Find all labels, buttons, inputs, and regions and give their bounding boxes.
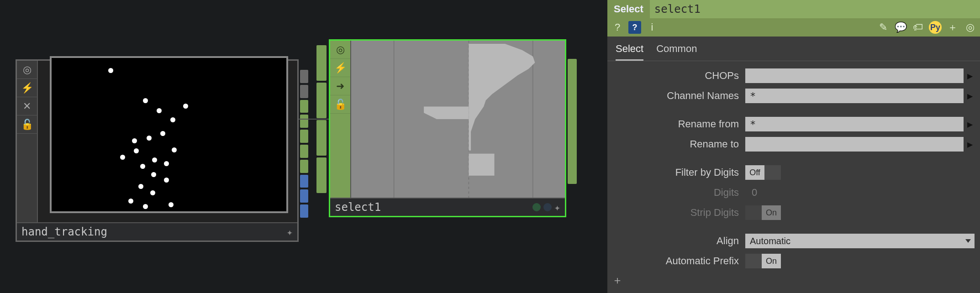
hand-landmark-dot bbox=[143, 98, 148, 103]
hand-landmark-dot bbox=[183, 104, 188, 109]
node-name-field[interactable]: select1 ✦ bbox=[330, 198, 565, 216]
comment-icon[interactable]: 💬 bbox=[894, 21, 907, 34]
python-icon[interactable]: Py bbox=[929, 21, 942, 34]
node-hand-tracking[interactable]: ◎ ⚡ ✕ 🔓 hand_tracking ✦ bbox=[16, 59, 299, 242]
hand-landmark-dot bbox=[143, 204, 148, 209]
param-rename-from: Rename from * ▶ bbox=[607, 114, 980, 134]
tab-select[interactable]: Select bbox=[616, 43, 643, 61]
info-icon[interactable]: i bbox=[646, 21, 659, 34]
edit-icon[interactable]: ✎ bbox=[877, 21, 890, 34]
export-icon[interactable]: ➜ bbox=[330, 77, 350, 95]
lock-close-icon[interactable]: ✕ bbox=[17, 97, 37, 115]
viewer-active-icon[interactable]: ◎ bbox=[330, 41, 350, 59]
strip-digits-toggle[interactable]: On bbox=[745, 205, 781, 220]
hand-landmark-dot bbox=[169, 202, 174, 207]
help-wiki-icon[interactable]: ? bbox=[628, 21, 641, 34]
rename-to-field[interactable] bbox=[745, 137, 964, 152]
chops-field[interactable] bbox=[745, 68, 964, 83]
star-icon[interactable]: ✦ bbox=[554, 202, 560, 213]
hand-landmark-dot bbox=[152, 157, 157, 162]
cook-dot-icon bbox=[543, 203, 552, 211]
rename-from-field[interactable]: * bbox=[745, 117, 964, 131]
lock-icon[interactable]: 🔓 bbox=[330, 95, 350, 114]
param-chops: CHOPs ▶ bbox=[607, 66, 980, 86]
cook-dot-icon bbox=[532, 203, 541, 211]
star-icon[interactable]: ✦ bbox=[287, 226, 293, 238]
param-page-tabs: Select Common bbox=[607, 37, 980, 61]
svg-marker-5 bbox=[424, 106, 469, 119]
hand-landmark-dot bbox=[140, 164, 145, 169]
param-toolbar: ? ? i ✎ 💬 🏷 Py ＋ ◎ bbox=[607, 18, 980, 37]
add-page-icon[interactable]: ＋ bbox=[612, 273, 623, 288]
param-label: Rename from bbox=[607, 118, 745, 130]
expand-icon[interactable]: ▶ bbox=[965, 89, 975, 103]
hand-landmark-dot bbox=[132, 138, 137, 143]
channel-names-field[interactable]: * bbox=[745, 89, 964, 103]
bypass-icon[interactable]: ⚡ bbox=[17, 79, 37, 97]
hand-landmark-dot bbox=[150, 190, 155, 195]
param-label: Digits bbox=[607, 187, 745, 199]
param-label: Strip Digits bbox=[607, 207, 745, 219]
node-name-field[interactable]: hand_tracking ✦ bbox=[17, 222, 297, 241]
hand-landmark-dot bbox=[160, 131, 165, 136]
input-connectors bbox=[316, 45, 327, 193]
tab-common[interactable]: Common bbox=[656, 43, 697, 61]
hand-landmark-dot bbox=[147, 136, 152, 141]
node-select1[interactable]: ◎ ⚡ ➜ 🔓 bbox=[329, 39, 566, 217]
node-flag-column: ◎ ⚡ ✕ 🔓 bbox=[17, 61, 38, 222]
param-rows: CHOPs ▶ Channel Names * ▶ Rename from * … bbox=[607, 61, 980, 271]
param-header: Select select1 bbox=[607, 0, 980, 18]
node-viewer-select1 bbox=[351, 41, 565, 198]
param-filter-digits: Filter by Digits Off bbox=[607, 162, 980, 183]
param-digits: Digits 0 bbox=[607, 183, 980, 203]
node-viewer-hand-tracking bbox=[50, 56, 288, 213]
hand-landmark-dot bbox=[172, 147, 177, 152]
param-label: Automatic Prefix bbox=[607, 255, 745, 267]
output-connectors bbox=[300, 70, 308, 218]
param-automatic-prefix: Automatic Prefix On bbox=[607, 251, 980, 271]
toggle-knob: Off bbox=[745, 165, 764, 180]
toggle-knob: On bbox=[762, 205, 781, 220]
toggle-knob: On bbox=[762, 254, 781, 268]
param-label: Filter by Digits bbox=[607, 167, 745, 178]
param-align: Align Automatic bbox=[607, 231, 980, 251]
svg-rect-4 bbox=[469, 154, 494, 176]
hand-landmark-dot bbox=[170, 117, 175, 122]
add-icon[interactable]: ＋ bbox=[946, 21, 959, 34]
auto-prefix-toggle[interactable]: On bbox=[745, 254, 781, 268]
svg-marker-3 bbox=[469, 44, 535, 151]
param-label: CHOPs bbox=[607, 70, 745, 82]
help-icon[interactable]: ? bbox=[611, 21, 624, 34]
network-editor[interactable]: ◎ ⚡ ✕ 🔓 hand_tracking ✦ bbox=[0, 0, 607, 293]
align-dropdown[interactable]: Automatic bbox=[745, 234, 975, 248]
node-flag-column: ◎ ⚡ ➜ 🔓 bbox=[330, 41, 351, 198]
expand-icon[interactable]: ▶ bbox=[965, 117, 975, 131]
node-name-text: hand_tracking bbox=[21, 225, 107, 238]
hand-landmark-dot bbox=[108, 68, 113, 73]
output-connector bbox=[568, 59, 577, 184]
param-rename-to: Rename to ▶ bbox=[607, 134, 980, 154]
hand-landmark-dot bbox=[164, 161, 169, 166]
hand-landmark-dot bbox=[138, 184, 143, 189]
param-label: Rename to bbox=[607, 138, 745, 150]
node-name-text: select1 bbox=[335, 201, 381, 214]
hand-landmark-dot bbox=[128, 199, 133, 204]
param-channel-names: Channel Names * ▶ bbox=[607, 86, 980, 106]
param-label: Channel Names bbox=[607, 90, 745, 102]
hand-landmark-dot bbox=[157, 108, 162, 113]
hand-landmark-dot bbox=[134, 148, 139, 153]
operator-name-field[interactable]: select1 bbox=[650, 0, 980, 18]
expand-icon[interactable]: ▶ bbox=[965, 68, 975, 83]
filter-digits-toggle[interactable]: Off bbox=[745, 165, 781, 180]
param-label: Align bbox=[607, 235, 745, 247]
expand-icon[interactable]: ▶ bbox=[965, 137, 975, 152]
tag-icon[interactable]: 🏷 bbox=[912, 21, 924, 34]
hand-landmark-dot bbox=[151, 172, 156, 177]
param-strip-digits: Strip Digits On bbox=[607, 203, 980, 223]
viewer-active-icon[interactable]: ◎ bbox=[17, 61, 37, 79]
target-icon[interactable]: ◎ bbox=[964, 21, 976, 34]
hand-landmark-dot bbox=[120, 155, 125, 160]
lock-icon[interactable]: 🔓 bbox=[17, 115, 37, 134]
bypass-icon[interactable]: ⚡ bbox=[330, 59, 350, 77]
digits-value[interactable]: 0 bbox=[752, 187, 757, 199]
